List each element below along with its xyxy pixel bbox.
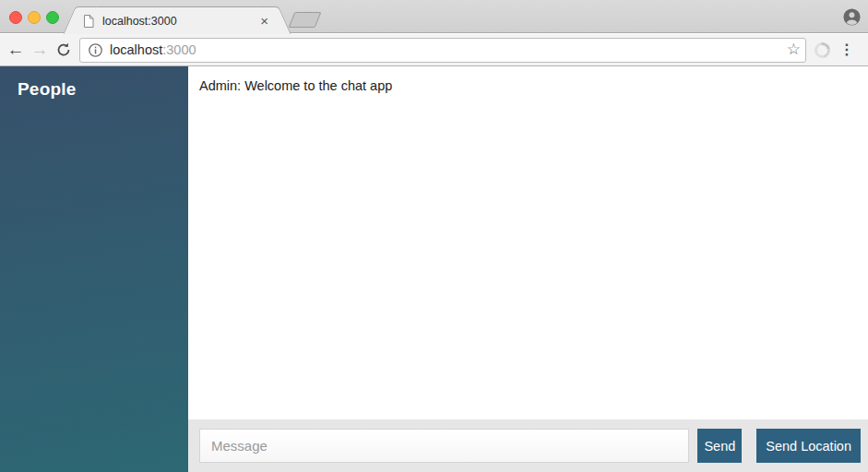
close-window-button[interactable] (9, 11, 22, 24)
new-tab-button[interactable] (289, 12, 322, 28)
page-content: People Admin: Welcome to the chat app Se… (0, 66, 868, 472)
minimize-window-button[interactable] (28, 11, 41, 24)
bookmark-star-icon[interactable]: ☆ (787, 40, 801, 59)
window-controls (9, 11, 59, 24)
reload-button[interactable] (52, 38, 76, 62)
profile-avatar-icon[interactable] (843, 8, 861, 26)
send-location-button[interactable]: Send Location (756, 429, 861, 463)
tab-close-icon[interactable]: × (257, 15, 271, 28)
url-port: :3000 (162, 42, 196, 57)
send-button[interactable]: Send (697, 429, 742, 463)
message-list: Admin: Welcome to the chat app (188, 66, 868, 419)
address-bar[interactable]: localhost:3000 ☆ (79, 38, 806, 63)
reload-icon (56, 42, 71, 57)
page-favicon-icon (83, 15, 94, 28)
url-host: localhost (110, 42, 162, 57)
browser-window: localhost:3000 × ← → (0, 0, 868, 472)
chat-main: Admin: Welcome to the chat app Send Send… (188, 66, 868, 472)
people-sidebar: People (0, 66, 188, 472)
url-text: localhost:3000 (110, 42, 196, 57)
extension-icon[interactable] (812, 39, 834, 61)
page-info-icon[interactable] (89, 43, 102, 57)
tab-title: localhost:3000 (102, 15, 257, 28)
tab-strip: localhost:3000 × (0, 0, 868, 33)
browser-toolbar: ← → localhost:3000 ☆ ⋮ (0, 34, 868, 66)
zoom-window-button[interactable] (46, 11, 59, 24)
back-button[interactable]: ← (4, 38, 28, 62)
browser-tab[interactable]: localhost:3000 × (79, 6, 275, 34)
message-composer: Send Send Location (188, 419, 868, 472)
sidebar-title: People (18, 79, 188, 100)
browser-menu-icon[interactable]: ⋮ (839, 42, 854, 57)
chat-message: Admin: Welcome to the chat app (199, 78, 857, 93)
forward-button: → (28, 38, 52, 62)
message-input[interactable] (199, 429, 689, 463)
